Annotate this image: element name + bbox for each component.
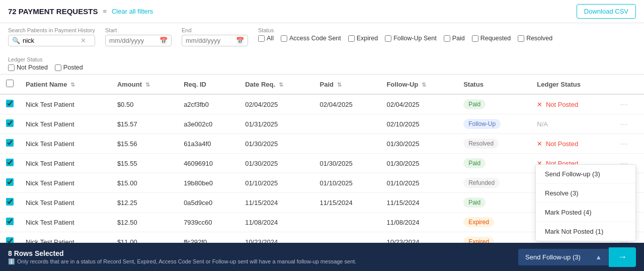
col-paid[interactable]: Paid ⇅	[314, 75, 381, 94]
ledger-status-filter-group: Ledger Status Not Posted Posted	[8, 56, 83, 71]
status-badge: Paid	[463, 99, 486, 109]
row-checkbox-cell[interactable]	[0, 154, 20, 173]
row-status: Follow-Up	[457, 114, 531, 134]
col-status: Status	[457, 75, 531, 94]
row-checkbox-cell[interactable]	[0, 193, 20, 213]
row-ledger-status: N/A	[531, 114, 614, 134]
row-amount: $15.55	[111, 154, 178, 173]
status-requested-checkbox[interactable]: Requested	[472, 35, 511, 42]
status-expired-checkbox[interactable]: Expired	[348, 35, 378, 42]
col-ledger-status: Ledger Status	[531, 75, 614, 94]
end-date-input[interactable]	[186, 37, 233, 44]
row-checkbox-cell[interactable]	[0, 213, 20, 232]
sort-patient-name-icon: ⇅	[70, 82, 75, 88]
row-amount: $15.56	[111, 134, 178, 154]
row-checkbox[interactable]	[6, 159, 14, 166]
sort-amount-icon: ⇅	[145, 82, 150, 88]
clear-search-icon[interactable]: ✕	[80, 37, 86, 44]
dropdown-item-mark-not-posted[interactable]: Mark Not Posted (1)	[536, 222, 635, 241]
row-date-req: 01/30/2025	[239, 154, 313, 173]
sort-follow-up-icon: ⇅	[422, 82, 426, 88]
table-row: Nick Test Patient$0.50a2cf3fb002/04/2025…	[0, 94, 644, 114]
row-checkbox[interactable]	[6, 218, 14, 225]
row-checkbox[interactable]	[6, 178, 14, 186]
end-date-wrap: 📅	[182, 35, 248, 46]
end-cal-icon[interactable]: 📅	[236, 37, 244, 44]
ledger-na: N/A	[537, 120, 548, 128]
info-icon: ℹ️	[8, 258, 15, 265]
row-paid: 02/04/2025	[314, 94, 381, 114]
start-cal-icon[interactable]: 📅	[159, 37, 168, 44]
status-paid-checkbox[interactable]: Paid	[444, 35, 465, 42]
start-date-input[interactable]	[109, 37, 157, 44]
row-paid: 01/30/2025	[314, 154, 381, 173]
col-date-req[interactable]: Date Req. ⇅	[239, 75, 313, 94]
more-icon[interactable]: ⋯	[620, 140, 628, 148]
more-icon[interactable]: ⋯	[620, 120, 628, 128]
row-checkbox[interactable]	[6, 100, 14, 107]
send-action-button[interactable]: →	[609, 247, 636, 267]
row-follow-up: 01/30/2025	[380, 154, 457, 173]
dropdown-item-resolve[interactable]: Resolve (3)	[536, 184, 635, 203]
row-paid: 11/15/2024	[314, 193, 381, 213]
row-date-req: 02/04/2025	[239, 94, 313, 114]
download-csv-button[interactable]: Download CSV	[577, 4, 636, 19]
row-req-id: 7939cc60	[178, 213, 239, 232]
row-date-req: 01/31/2025	[239, 114, 313, 134]
col-amount[interactable]: Amount ⇅	[111, 75, 178, 94]
row-more-actions[interactable]: ⋯	[614, 94, 644, 114]
row-amount: $15.57	[111, 114, 178, 134]
row-more-actions[interactable]: ⋯	[614, 114, 644, 134]
col-follow-up[interactable]: Follow-Up ⇅	[380, 75, 457, 94]
ledger-not-posted-checkbox[interactable]: Not Posted	[8, 64, 48, 71]
top-bar: 72 PAYMENT REQUESTS ≡ Clear all filters …	[0, 0, 644, 23]
row-checkbox-cell[interactable]	[0, 94, 20, 114]
table-container: Patient Name ⇅ Amount ⇅ Req. ID Date Req…	[0, 75, 644, 271]
row-ledger-status: ✕ Not Posted	[531, 134, 614, 154]
top-bar-left: 72 PAYMENT REQUESTS ≡ Clear all filters	[8, 7, 153, 16]
row-status: Refunded	[457, 173, 531, 193]
filters-bar: Search Patients in Payment History 🔍 ✕ S…	[0, 23, 644, 75]
row-checkbox-cell[interactable]	[0, 134, 20, 154]
bottom-bar-right: Send Follow-up (3) ▲ →	[518, 247, 636, 267]
row-req-id: 19b80be0	[178, 173, 239, 193]
status-badge: Follow-Up	[463, 119, 501, 129]
end-label: End	[182, 27, 248, 33]
row-checkbox-cell[interactable]	[0, 173, 20, 193]
status-badge: Refunded	[463, 178, 500, 188]
ledger-not-posted: ✕ Not Posted	[537, 101, 578, 108]
col-patient-name[interactable]: Patient Name ⇅	[20, 75, 111, 94]
dropdown-item-mark-posted[interactable]: Mark Posted (4)	[536, 203, 635, 222]
status-access-code-sent-checkbox[interactable]: Access Code Sent	[281, 35, 341, 42]
row-status: Resolved	[457, 134, 531, 154]
clear-filters-link[interactable]: Clear all filters	[112, 8, 153, 15]
row-status: Paid	[457, 193, 531, 213]
row-follow-up: 02/10/2025	[380, 114, 457, 134]
ledger-posted-checkbox[interactable]: Posted	[55, 64, 83, 71]
row-checkbox-cell[interactable]	[0, 114, 20, 134]
page-title: 72 PAYMENT REQUESTS	[8, 7, 98, 16]
ledger-status-label: Ledger Status	[8, 56, 83, 62]
status-all-checkbox[interactable]: All	[258, 35, 274, 42]
header-checkbox-cell[interactable]	[0, 75, 20, 94]
more-icon[interactable]: ⋯	[620, 100, 628, 109]
status-resolved-checkbox[interactable]: Resolved	[518, 35, 552, 42]
search-input[interactable]	[23, 37, 78, 44]
table-header-row: Patient Name ⇅ Amount ⇅ Req. ID Date Req…	[0, 75, 644, 94]
row-checkbox[interactable]	[6, 198, 14, 206]
action-select-button[interactable]: Send Follow-up (3) ▲	[518, 249, 609, 265]
row-paid	[314, 134, 381, 154]
search-input-wrap: 🔍 ✕	[8, 35, 95, 46]
status-follow-up-sent-checkbox[interactable]: Follow-Up Sent	[385, 35, 436, 42]
row-req-id: 0a5d9ce0	[178, 193, 239, 213]
dropdown-item-send-follow-up[interactable]: Send Follow-up (3)	[536, 165, 635, 184]
status-badge: Paid	[463, 197, 486, 208]
end-date-group: End 📅	[182, 27, 248, 46]
row-checkbox[interactable]	[6, 139, 14, 147]
row-checkbox[interactable]	[6, 119, 14, 127]
select-all-checkbox[interactable]	[6, 80, 14, 87]
row-ledger-status: ✕ Not Posted	[531, 94, 614, 114]
row-more-actions[interactable]: ⋯	[614, 134, 644, 154]
row-paid	[314, 114, 381, 134]
table-row: Nick Test Patient$15.5661a3a4f001/30/202…	[0, 134, 644, 154]
